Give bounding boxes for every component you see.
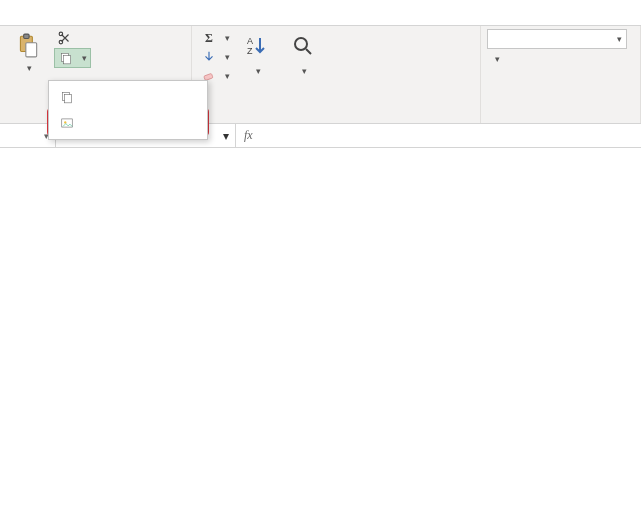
chevron-down-icon: ▾ [225,71,230,81]
chevron-down-icon: ▾ [302,66,307,76]
editing-group-label [198,119,474,121]
fill-button[interactable]: ▾ [198,48,233,66]
find-select-button[interactable]: ▾ [281,29,325,85]
number-format-combo[interactable]: ▾ [487,29,627,49]
chevron-down-icon[interactable]: ▾ [223,129,229,143]
copy-icon [58,50,74,66]
image-icon [59,115,75,131]
search-icon [291,34,315,58]
chevron-down-icon: ▾ [495,54,500,64]
cut-button[interactable] [54,29,91,47]
svg-rect-12 [65,95,72,103]
chevron-down-icon: ▾ [225,52,230,62]
scissors-icon [57,30,73,46]
chevron-down-icon: ▾ [225,33,230,43]
svg-text:A: A [247,36,253,46]
currency-button[interactable]: ▾ [487,53,503,65]
fx-icon[interactable]: fx [244,128,253,143]
autosum-button[interactable]: Σ ▾ [198,29,233,47]
paste-icon [15,33,41,59]
fill-down-icon [201,49,217,65]
svg-point-14 [64,121,66,123]
svg-point-10 [295,38,307,50]
copy-dropdown [48,80,208,140]
number-group-label [487,119,634,121]
chevron-down-icon: ▾ [256,66,261,76]
chevron-down-icon: ▾ [27,64,32,74]
dropdown-copy-as-picture[interactable] [49,110,207,136]
svg-text:Z: Z [247,46,253,56]
dropdown-copy[interactable] [49,84,207,110]
percent-button[interactable] [505,58,511,60]
chevron-down-icon: ▾ [617,34,622,44]
paste-button[interactable]: ▾ [6,29,50,77]
svg-rect-6 [64,56,71,64]
copy-icon [59,89,75,105]
sort-filter-button[interactable]: AZ ▾ [235,29,279,85]
svg-rect-2 [26,43,37,57]
svg-point-4 [59,32,63,36]
chevron-down-icon: ▾ [82,53,87,63]
svg-point-3 [59,40,63,44]
sigma-icon: Σ [201,30,217,46]
copy-button[interactable]: ▾ [54,48,91,68]
svg-rect-1 [24,34,29,38]
sort-icon: AZ [245,34,269,58]
